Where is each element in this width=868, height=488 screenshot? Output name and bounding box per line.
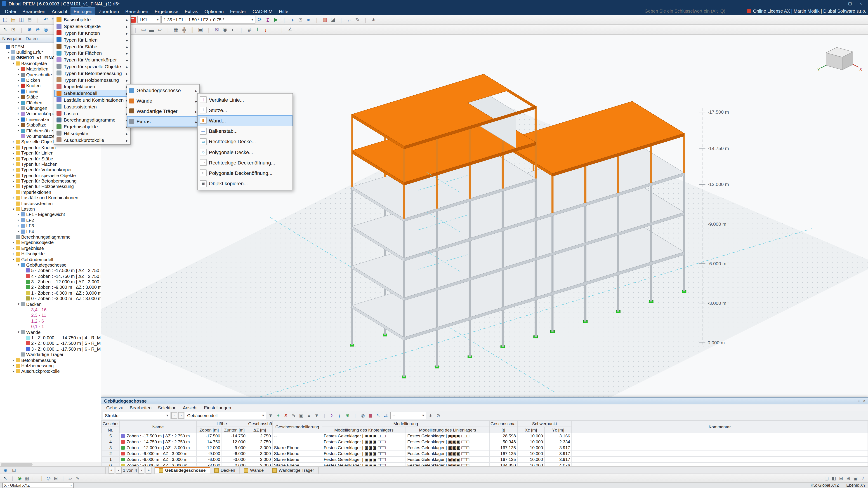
navigator-horizontal-scrollbar[interactable] <box>0 462 101 466</box>
linienlager-cell[interactable]: Festes Gelenklager | ▣▣▣ □□□ <box>406 439 489 445</box>
result-values-icon[interactable]: ⊡ <box>297 16 304 24</box>
select-window-icon[interactable]: ⊡ <box>9 26 17 33</box>
tree-item[interactable]: ▾ Gebäudegeschosse <box>0 262 101 268</box>
tree-item[interactable]: ▸ Typen für Stäbe <box>0 156 101 162</box>
tree-item[interactable]: 0,1 - 1 <box>0 324 101 329</box>
insert-menu-item[interactable]: Lasten <box>54 110 130 117</box>
tree-item[interactable]: ▸ Typen für spezielle Objekte <box>0 173 101 178</box>
move-up-icon[interactable]: ▲ <box>306 412 312 419</box>
tree-item[interactable]: ▸ LF2 <box>0 217 101 223</box>
insert-menu-item[interactable]: Typen für spezielle Objekte <box>54 63 130 70</box>
tree-expander-icon[interactable]: ▸ <box>11 196 16 199</box>
table-row[interactable]: 4 Zoben : -14.750 m | ΔZ : 2.750 m -14.7… <box>101 439 868 445</box>
extras-menu-item[interactable]: ▭ Rechteckige Deckenöffnung... <box>197 157 292 168</box>
masse-cell[interactable]: 50.348 <box>489 439 518 445</box>
clipping-box-icon[interactable]: ⊠ <box>213 26 221 33</box>
next-table-button[interactable]: › <box>178 412 184 419</box>
zoom-all-icon[interactable]: ◎ <box>42 26 50 33</box>
storey-name-cell[interactable]: Zoben : -3.000 m | ΔZ : 3.000 m <box>120 462 196 466</box>
tree-item[interactable]: ▾ Gebäudemodell <box>0 257 101 262</box>
geschossmodellierung-cell[interactable]: Starre Ebene <box>272 451 322 457</box>
table-row[interactable]: 3 Zoben : -12.000 m | ΔZ : 3.000 m -12.0… <box>101 445 868 451</box>
table-tab[interactable]: Wandartige Träger <box>268 467 319 474</box>
geschossmodellierung-cell[interactable]: Starre Ebene <box>272 462 322 466</box>
tree-item[interactable]: 3,4 - 16 <box>0 307 101 313</box>
xc-cell[interactable]: 10.000 <box>518 457 545 462</box>
structure-filter-combo[interactable]: Struktur <box>103 412 170 419</box>
grid-icon[interactable]: ▦ <box>172 26 180 33</box>
calculate-all-icon[interactable]: Σ <box>264 16 272 24</box>
extras-menu-item[interactable]: ▭ Rechteckige Decke... <box>197 136 292 147</box>
scrollbar-thumb[interactable] <box>1 463 33 466</box>
menu-item[interactable]: Ansicht <box>49 7 70 15</box>
insert-menu-item[interactable]: Ausdruckprotokolle <box>54 137 130 143</box>
zoben-cell[interactable]: -17.500 <box>196 433 222 439</box>
tree-item[interactable]: ▸ Lastfälle und Kombinationen <box>0 195 101 201</box>
insert-menu-item[interactable]: Typen für Flächen <box>54 50 130 57</box>
open-model-icon[interactable]: ▤ <box>9 16 17 24</box>
tree-item[interactable]: ▾ Decken <box>0 301 101 307</box>
kommentar-cell[interactable] <box>572 462 868 466</box>
guidelines-icon[interactable]: ║ <box>188 26 196 33</box>
kommentar-cell[interactable] <box>572 445 868 451</box>
export-table-icon[interactable]: ⊞ <box>344 412 351 419</box>
tree-expander-icon[interactable]: ▾ <box>11 62 16 65</box>
zunten-cell[interactable]: 0.000 <box>222 462 247 466</box>
insert-menu-item[interactable]: Typen für Knoten <box>54 30 130 36</box>
tree-expander-icon[interactable]: ▸ <box>16 112 21 116</box>
insert-menu-item[interactable]: Typen für Betonbemessung <box>54 70 130 76</box>
select-pointer-icon[interactable]: ↖ <box>1 26 9 33</box>
tree-expander-icon[interactable]: ▾ <box>16 330 21 334</box>
object-snap-icon[interactable]: ◎ <box>45 475 52 482</box>
storey-name-cell[interactable]: Zoben : -14.750 m | ΔZ : 2.750 m <box>120 439 196 445</box>
tree-expander-icon[interactable]: ▸ <box>16 78 21 82</box>
tree-item[interactable]: Berechnungsdiagramme <box>0 234 101 240</box>
move-down-icon[interactable]: ▼ <box>313 412 320 419</box>
menu-item[interactable]: CAD-BIM <box>249 7 276 15</box>
insert-menu-item[interactable]: Hilfsobjekte <box>54 130 130 137</box>
dz-cell[interactable]: 3.000 <box>247 457 272 462</box>
menu-item[interactable]: Berechnen <box>122 7 151 15</box>
xc-cell[interactable]: 10.000 <box>518 439 545 445</box>
select-in-model-icon[interactable]: ↖ <box>375 412 381 419</box>
next-record-button[interactable]: › <box>138 467 144 474</box>
tree-item[interactable]: ▸ Typen für Volumenkörper <box>0 167 101 173</box>
yc-cell[interactable]: 3.917 <box>545 451 572 457</box>
dz-cell[interactable]: 3.000 <box>247 445 272 451</box>
dock-menu-item[interactable]: Ansicht <box>180 405 201 410</box>
dock-float-icon[interactable]: ▫ <box>858 399 860 403</box>
knotenlager-cell[interactable]: Festes Gelenklager | ▣▣▣ □□□ <box>322 462 406 466</box>
save-model-icon[interactable]: ◫ <box>18 16 25 24</box>
menu-item[interactable]: Datei <box>2 7 19 15</box>
storey-name-cell[interactable]: Zoben : -12.000 m | ΔZ : 3.000 m <box>120 445 196 451</box>
row-visibility-icon[interactable]: ◎ <box>360 412 366 419</box>
knotenlager-cell[interactable]: Festes Gelenklager | ▣▣▣ □□□ <box>322 445 406 451</box>
tree-item[interactable]: 2 - Zoben : -9.000 m | ΔZ : 3.000 m <box>0 285 101 290</box>
linienlager-cell[interactable]: Festes Gelenklager | ▣▣▣ □□□ <box>406 457 489 462</box>
extras-menu-item[interactable]: I Stütze... <box>197 105 292 115</box>
knotenlager-cell[interactable]: Festes Gelenklager | ▣▣▣ □□□ <box>322 451 406 457</box>
load-combination-combo[interactable]: 1.35 * LF1 + 1.50 * LF2 + 0.75 *... <box>161 16 255 24</box>
tree-item[interactable]: 1 - Zoben : -6.000 m | ΔZ : 3.000 m <box>0 290 101 296</box>
tree-item[interactable]: 1 - Z: 0.000 ... -14.750 m | 4 - R_M1 30… <box>0 335 101 341</box>
print-icon[interactable]: ⊟ <box>26 16 33 24</box>
geschossmodellierung-cell[interactable]: -- <box>272 433 322 439</box>
tree-item[interactable]: ▾ Wände <box>0 329 101 335</box>
refresh-combination-icon[interactable]: ⟳ <box>256 16 264 24</box>
maximize-button[interactable]: ▢ <box>844 1 855 6</box>
extras-menu-item[interactable]: ▮ Wand... <box>197 116 292 126</box>
masse-cell[interactable]: 184.350 <box>489 462 518 466</box>
tree-expander-icon[interactable]: ▸ <box>16 95 21 99</box>
tree-expander-icon[interactable]: ▸ <box>11 179 16 183</box>
masse-cell[interactable]: 167.125 <box>489 445 518 451</box>
fullscreen-icon[interactable]: ▣ <box>852 475 859 482</box>
tree-item[interactable]: 0 - Zoben : -3.000 m | ΔZ : 3.000 m <box>0 296 101 301</box>
menu-item[interactable]: Zuordnen <box>95 7 122 15</box>
table-settings-icon[interactable]: ∗ <box>427 412 434 419</box>
knotenlager-cell[interactable]: Festes Gelenklager | ▣▣▣ □□□ <box>322 433 406 439</box>
insert-menu-item[interactable]: Imperfektionen <box>54 83 130 90</box>
start-calculation-icon[interactable]: ▶ <box>272 16 280 24</box>
insert-menu-item[interactable]: Lastfälle und Kombinationen <box>54 96 130 103</box>
table-tab[interactable]: Decken <box>210 467 240 474</box>
tree-expander-icon[interactable]: ▸ <box>16 73 21 76</box>
